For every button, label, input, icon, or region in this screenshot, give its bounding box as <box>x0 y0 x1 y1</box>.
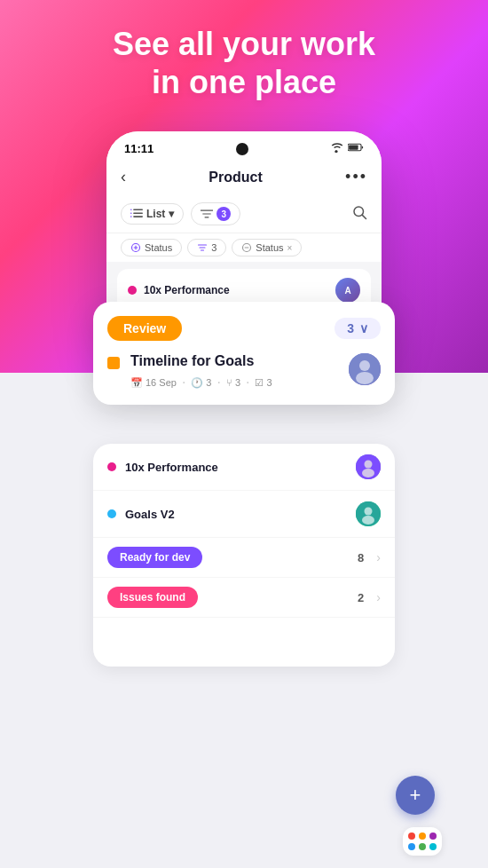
goals-list-label: Goals V2 <box>125 508 347 521</box>
toolbar: List ▾ 3 <box>106 195 382 233</box>
svg-rect-2 <box>133 209 143 211</box>
status-tag-2[interactable]: Status × <box>232 239 302 256</box>
ready-for-dev-badge: Ready for dev <box>107 547 202 568</box>
status-icons <box>330 142 364 155</box>
hero-line2: in one place <box>152 64 336 100</box>
task-title: Timeline for Goals <box>130 353 338 369</box>
task-avatar <box>349 353 381 385</box>
performance-dot <box>128 286 137 295</box>
performance-list-label: 10x Performance <box>125 461 347 474</box>
task-content: Timeline for Goals 📅 16 Sep · 🕐 3 · ⑂ 3 … <box>130 353 338 391</box>
review-badge[interactable]: Review <box>107 316 182 341</box>
performance-avatar: A <box>335 278 360 303</box>
wifi-icon <box>330 142 344 155</box>
nav-dot-red <box>408 832 415 840</box>
issues-found-badge: Issues found <box>107 587 198 608</box>
issues-found-count: 2 <box>358 591 364 604</box>
svg-point-16 <box>359 360 370 371</box>
nav-dot-green <box>419 843 426 850</box>
search-button[interactable] <box>351 204 367 224</box>
review-card: Review 3 ∨ Timeline for Goals 📅 16 Sep ·… <box>93 302 395 405</box>
tag-close-icon[interactable]: × <box>287 243 293 253</box>
filter-count-value: 3 <box>211 242 216 253</box>
list-chevron-icon: ▾ <box>169 208 174 220</box>
task-date: 📅 16 Sep <box>130 377 177 389</box>
svg-point-19 <box>365 461 373 469</box>
filter-count-tag[interactable]: 3 <box>187 239 226 256</box>
main-list: 10x Performance Goals V2 Ready for dev 8… <box>93 444 395 667</box>
nav-dot-orange <box>419 832 426 840</box>
check-icon: ☑ <box>255 377 264 389</box>
performance-list-dot <box>107 462 116 471</box>
svg-point-23 <box>362 516 374 525</box>
status-tag-1[interactable]: Status <box>121 239 182 256</box>
status-tag-2-label: Status <box>256 242 283 253</box>
svg-rect-4 <box>133 212 143 214</box>
task-count3: ☑ 3 <box>255 377 272 389</box>
svg-rect-3 <box>130 209 132 211</box>
app-header: ‹ Product ••• <box>106 161 382 195</box>
nav-dot-cyan <box>429 843 437 850</box>
more-button[interactable]: ••• <box>345 168 367 186</box>
list-item-goals[interactable]: Goals V2 <box>93 491 395 538</box>
svg-rect-6 <box>133 216 143 217</box>
count-badge: 3 ∨ <box>335 318 381 339</box>
fab-icon: + <box>410 784 421 807</box>
status-notch <box>236 143 248 155</box>
ready-chevron-icon: › <box>376 550 381 564</box>
time-icon: 🕐 <box>191 377 203 389</box>
goals-list-avatar <box>356 501 381 526</box>
status-time: 11:11 <box>124 142 153 155</box>
goals-list-dot <box>107 509 116 518</box>
ready-for-dev-count: 8 <box>358 551 364 564</box>
filter-count: 3 <box>216 207 231 221</box>
list-button[interactable]: List ▾ <box>121 203 184 225</box>
ready-for-dev-row[interactable]: Ready for dev 8 › <box>93 538 395 578</box>
svg-point-17 <box>356 372 374 384</box>
fab-button[interactable]: + <box>396 776 435 815</box>
filter-button[interactable]: 3 <box>191 202 240 225</box>
list-label: List <box>146 208 165 220</box>
hero-line1: See all your work <box>113 26 375 62</box>
back-button[interactable]: ‹ <box>121 168 126 186</box>
app-title: Product <box>209 170 262 185</box>
task-color-indicator <box>107 357 120 369</box>
issues-chevron-icon: › <box>376 590 381 604</box>
performance-label: 10x Performance <box>144 284 328 296</box>
nav-dot-purple <box>429 832 437 840</box>
status-tag-1-label: Status <box>145 242 172 253</box>
svg-point-20 <box>362 469 374 477</box>
svg-line-12 <box>362 215 366 218</box>
bottom-spacer <box>93 618 395 667</box>
nav-dot-blue <box>408 843 415 850</box>
task-item[interactable]: Timeline for Goals 📅 16 Sep · 🕐 3 · ⑂ 3 … <box>107 353 381 391</box>
filter-tags: Status 3 Status × <box>106 233 382 262</box>
status-bar: 11:11 <box>106 131 382 161</box>
calendar-icon: 📅 <box>130 377 143 389</box>
review-chevron-icon: ∨ <box>359 321 368 335</box>
task-meta: 📅 16 Sep · 🕐 3 · ⑂ 3 · ☑ 3 <box>130 375 338 391</box>
list-item-performance[interactable]: 10x Performance <box>93 444 395 491</box>
svg-rect-7 <box>130 216 132 217</box>
svg-point-22 <box>365 508 373 516</box>
battery-icon <box>348 142 364 155</box>
branch-icon: ⑂ <box>226 377 232 388</box>
svg-rect-1 <box>349 145 358 149</box>
task-count1: 🕐 3 <box>191 377 211 389</box>
review-header: Review 3 ∨ <box>107 316 381 341</box>
issues-found-row[interactable]: Issues found 2 › <box>93 578 395 618</box>
review-count: 3 <box>347 321 354 335</box>
svg-rect-5 <box>130 212 132 214</box>
performance-list-avatar <box>356 454 381 479</box>
bottom-nav <box>403 827 442 856</box>
task-count2: ⑂ 3 <box>226 377 240 388</box>
hero-section: See all your work in one place <box>0 25 488 101</box>
